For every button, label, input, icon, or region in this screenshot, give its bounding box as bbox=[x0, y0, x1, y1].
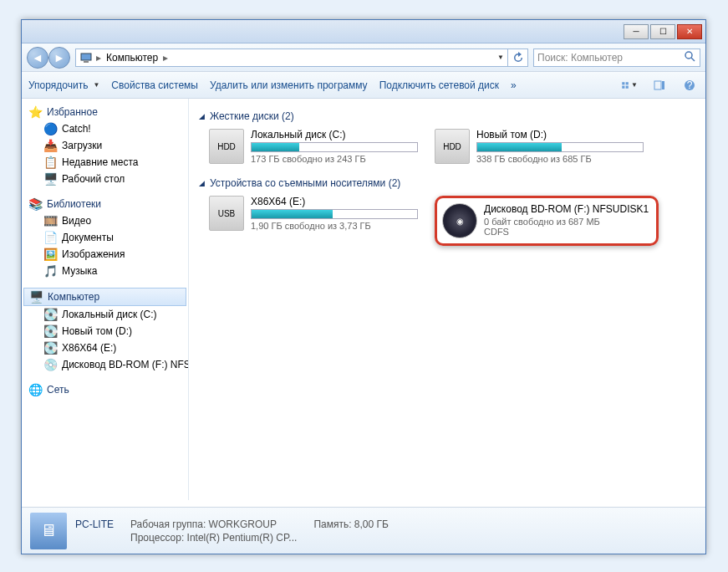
svg-rect-7 bbox=[626, 85, 629, 88]
pictures-icon: 🖼️ bbox=[43, 248, 57, 261]
map-drive-button[interactable]: Подключить сетевой диск bbox=[379, 79, 499, 91]
sidebar-item-pictures[interactable]: 🖼️Изображения bbox=[22, 246, 188, 263]
minimize-button[interactable]: ─ bbox=[624, 24, 649, 39]
usage-bar bbox=[476, 142, 644, 152]
svg-point-2 bbox=[685, 52, 692, 59]
music-icon: 🎵 bbox=[43, 264, 57, 278]
bdrom-icon: ◉ bbox=[442, 203, 477, 238]
sidebar-favorites[interactable]: ⭐ Избранное bbox=[22, 104, 188, 120]
sidebar-item-downloads[interactable]: 📥Загрузки bbox=[22, 137, 188, 154]
sidebar-computer[interactable]: 🖥️ Компьютер bbox=[23, 288, 186, 306]
svg-rect-1 bbox=[84, 61, 89, 63]
memory-value: 8,00 ГБ bbox=[354, 518, 389, 530]
computer-icon bbox=[79, 51, 93, 64]
content-pane: ◢ Жесткие диски (2) HDD Локальный диск (… bbox=[189, 99, 705, 500]
svg-rect-6 bbox=[622, 85, 624, 88]
group-hard-disks[interactable]: ◢ Жесткие диски (2) bbox=[199, 110, 695, 122]
drive-free: 1,90 ГБ свободно из 3,73 ГБ bbox=[251, 221, 418, 231]
svg-text:?: ? bbox=[687, 79, 693, 91]
drive-e[interactable]: USB X86X64 (E:) 1,90 ГБ свободно из 3,73… bbox=[209, 196, 418, 246]
memory-label: Память: bbox=[313, 518, 351, 530]
drive-free: 173 ГБ свободно из 243 ГБ bbox=[251, 154, 418, 164]
system-properties-button[interactable]: Свойства системы bbox=[111, 79, 198, 91]
drive-free: 0 байт свободно из 687 МБ bbox=[484, 217, 651, 227]
workgroup-value: WORKGROUP bbox=[209, 518, 277, 530]
documents-icon: 📄 bbox=[43, 231, 57, 244]
forward-button[interactable]: ► bbox=[48, 47, 70, 69]
maximize-button[interactable]: ☐ bbox=[650, 24, 675, 39]
drive-fs: CDFS bbox=[484, 227, 651, 237]
drive-icon: 💽 bbox=[43, 324, 57, 338]
search-placeholder: Поиск: Компьютер bbox=[537, 52, 623, 64]
drive-label: X86X64 (E:) bbox=[251, 196, 418, 207]
sidebar-item-documents[interactable]: 📄Документы bbox=[22, 229, 188, 246]
breadcrumb-arrow[interactable]: ▸ bbox=[160, 52, 171, 64]
network-icon: 🌐 bbox=[28, 383, 42, 396]
navbar: ◄ ► ▸ Компьютер ▸ ▼ Поиск: Компьютер bbox=[22, 43, 705, 72]
sidebar-item-catch[interactable]: 🔵Catch! bbox=[22, 120, 188, 137]
workgroup-label: Рабочая группа: bbox=[130, 518, 206, 530]
downloads-icon: 📥 bbox=[43, 139, 57, 152]
sidebar-item-videos[interactable]: 🎞️Видео bbox=[22, 212, 188, 229]
svg-rect-4 bbox=[622, 82, 624, 84]
search-icon bbox=[683, 49, 696, 65]
titlebar[interactable]: ─ ☐ ✕ bbox=[22, 20, 705, 43]
sidebar-item-desktop[interactable]: 🖥️Рабочий стол bbox=[22, 171, 188, 187]
drive-icon: 💽 bbox=[43, 341, 57, 355]
help-button[interactable]: ? bbox=[680, 76, 699, 94]
uninstall-button[interactable]: Удалить или изменить программу bbox=[210, 79, 368, 91]
drive-label: Дисковод BD-ROM (F:) NFSUDISK1 bbox=[484, 203, 651, 215]
toolbar-more[interactable]: » bbox=[511, 79, 517, 91]
status-name: PC-LITE bbox=[75, 518, 114, 530]
sidebar-network[interactable]: 🌐 Сеть bbox=[22, 381, 188, 398]
libraries-icon: 📚 bbox=[28, 197, 42, 211]
drive-d[interactable]: HDD Новый том (D:) 338 ГБ свободно из 68… bbox=[435, 129, 644, 164]
statusbar: 🖥 PC-LITE Рабочая группа: WORKGROUP Памя… bbox=[22, 507, 705, 554]
breadcrumb-computer[interactable]: Компьютер bbox=[104, 52, 160, 64]
computer-large-icon: 🖥 bbox=[30, 513, 67, 549]
video-icon: 🎞️ bbox=[43, 214, 57, 227]
back-button[interactable]: ◄ bbox=[27, 47, 48, 69]
close-button[interactable]: ✕ bbox=[677, 24, 702, 39]
sidebar-item-drive-e[interactable]: 💽X86X64 (E:) bbox=[22, 340, 188, 356]
refresh-button[interactable] bbox=[508, 49, 528, 67]
svg-rect-8 bbox=[654, 81, 661, 89]
desktop-icon: 🖥️ bbox=[43, 172, 57, 186]
sidebar-item-recent[interactable]: 📋Недавние места bbox=[22, 154, 188, 171]
svg-rect-0 bbox=[81, 54, 91, 60]
sidebar-item-music[interactable]: 🎵Музыка bbox=[22, 263, 188, 279]
drive-f-highlighted[interactable]: ◉ Дисковод BD-ROM (F:) NFSUDISK1 0 байт … bbox=[435, 196, 659, 246]
hdd-icon: HDD bbox=[209, 129, 244, 164]
cpu-value: Intel(R) Pentium(R) CP... bbox=[187, 532, 298, 544]
refresh-icon bbox=[512, 51, 525, 64]
sidebar-item-drive-c[interactable]: 💽Локальный диск (C:) bbox=[22, 306, 188, 323]
collapse-icon: ◢ bbox=[199, 112, 205, 120]
svg-rect-9 bbox=[662, 81, 664, 89]
address-dropdown[interactable]: ▼ bbox=[497, 54, 504, 61]
explorer-window: ─ ☐ ✕ ◄ ► ▸ Компьютер ▸ ▼ Поиск: Компьют… bbox=[21, 19, 706, 554]
preview-pane-button[interactable] bbox=[650, 76, 669, 94]
organize-button[interactable]: Упорядочить▼ bbox=[28, 79, 99, 91]
usage-bar bbox=[251, 209, 418, 219]
computer-icon: 🖥️ bbox=[29, 290, 43, 304]
group-removable[interactable]: ◢ Устройства со съемными носителями (2) bbox=[199, 177, 695, 189]
drive-label: Локальный диск (C:) bbox=[251, 129, 418, 140]
sidebar-libraries[interactable]: 📚 Библиотеки bbox=[22, 196, 188, 212]
breadcrumb-arrow[interactable]: ▸ bbox=[93, 52, 104, 64]
recent-icon: 📋 bbox=[43, 156, 57, 169]
drive-icon: 💽 bbox=[43, 308, 57, 321]
svg-rect-5 bbox=[626, 82, 629, 84]
svg-line-3 bbox=[691, 58, 695, 61]
sidebar-item-drive-f[interactable]: 💿Дисковод BD-ROM (F:) NFSU bbox=[22, 356, 188, 373]
catch-icon: 🔵 bbox=[43, 122, 57, 135]
drive-c[interactable]: HDD Локальный диск (C:) 173 ГБ свободно … bbox=[209, 129, 418, 164]
search-input[interactable]: Поиск: Компьютер bbox=[533, 49, 700, 67]
disc-icon: 💿 bbox=[43, 358, 57, 371]
view-button[interactable]: ▼ bbox=[620, 76, 639, 94]
sidebar-item-drive-d[interactable]: 💽Новый том (D:) bbox=[22, 323, 188, 340]
toolbar: Упорядочить▼ Свойства системы Удалить ил… bbox=[22, 72, 705, 99]
sidebar: ⭐ Избранное 🔵Catch! 📥Загрузки 📋Недавние … bbox=[22, 99, 189, 500]
collapse-icon: ◢ bbox=[199, 179, 205, 187]
address-bar[interactable]: ▸ Компьютер ▸ ▼ bbox=[75, 49, 508, 67]
usage-bar bbox=[251, 142, 418, 152]
